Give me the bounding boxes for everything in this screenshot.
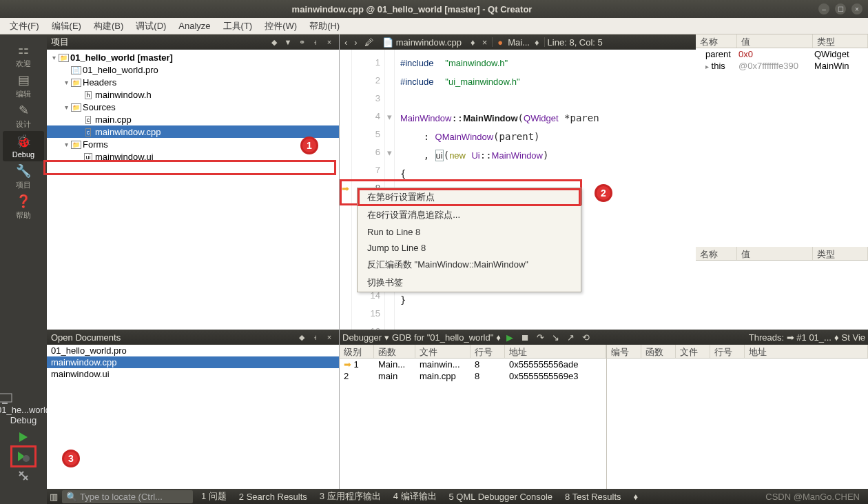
filter-icon[interactable]: ▼ (282, 37, 293, 48)
bug-icon: 🐞 (16, 134, 31, 149)
dropdown-icon[interactable]: ◆ (296, 332, 307, 343)
nav-back-icon[interactable]: ‹ (342, 37, 349, 48)
symbol-name[interactable]: Mai... (508, 37, 530, 48)
maximize-button[interactable]: ☐ (835, 3, 846, 14)
tree-item[interactable]: ▾📁Headers (47, 76, 339, 88)
activity-help[interactable]: ❓帮助 (3, 192, 44, 222)
line-col[interactable]: Line: 8, Col: 5 (548, 37, 603, 48)
bookmark-icon[interactable]: 🖉 (362, 37, 375, 48)
symbol-icon[interactable]: ● (495, 37, 505, 48)
debug-continue-icon[interactable]: ▶ (504, 331, 516, 343)
tab-dropdown-icon[interactable]: ♦ (468, 37, 477, 48)
status-bar: ▥ 🔍Type to locate (Ctrl... 1 问题 2 Search… (47, 489, 868, 504)
minimize-button[interactable]: – (818, 3, 829, 14)
nav-fwd-icon[interactable]: › (352, 37, 359, 48)
tree-item[interactable]: cmain.cpp (47, 113, 339, 125)
current-line-arrow-icon: ➡ (342, 183, 349, 194)
menu-build[interactable]: 构建(B) (88, 19, 129, 34)
menu-tools[interactable]: 工具(T) (218, 19, 258, 34)
debug-run-button[interactable] (14, 449, 33, 464)
stack-frame[interactable]: 2mainmain.cpp80x5555555569e3 (340, 370, 606, 382)
run-button[interactable] (14, 430, 33, 445)
ctx-run-to-line[interactable]: Run to Line 8 (358, 224, 581, 240)
dropdown-icon[interactable]: ◆ (269, 37, 280, 48)
grid-icon: ⚏ (18, 42, 29, 57)
open-documents-panel: Open Documents ◆ ⫞ × 01_hello_world.prom… (47, 330, 340, 489)
step-out-icon[interactable]: ↗ (564, 331, 577, 343)
step-into-icon[interactable]: ↘ (549, 331, 561, 343)
locals-row[interactable]: ▸ this@0x7fffffffe390MainWin (696, 60, 868, 72)
tree-item[interactable]: uimainwindow.ui (47, 150, 339, 163)
open-documents-list[interactable]: 01_hello_world.promainwindow.cppmainwind… (47, 345, 339, 489)
debugger-label: Debugger▾ (342, 332, 389, 343)
ctx-jump-to-line[interactable]: Jump to Line 8 (358, 240, 581, 256)
tab-close-icon[interactable]: × (480, 37, 490, 48)
pane-appoutput[interactable]: 3 应用程序输出 (316, 490, 385, 503)
opendocs-title: Open Documents (51, 332, 293, 343)
locals-col-type[interactable]: 类型 (813, 34, 868, 48)
stack-view[interactable]: 级别 函数 文件 行号 地址 ➡ 1Main...mainwin...80x55… (340, 345, 606, 489)
tree-item[interactable]: ▾📁Sources (47, 101, 339, 113)
project-tree[interactable]: ▾📁01_hello_world [master]📄01_hello_world… (47, 50, 339, 330)
close-panel-icon[interactable]: × (324, 332, 335, 343)
activity-edit[interactable]: ▤编辑 (3, 70, 44, 101)
locator-input[interactable]: 🔍Type to locate (Ctrl... (62, 490, 193, 503)
menu-file[interactable]: 文件(F) (4, 19, 45, 34)
opendoc-item[interactable]: mainwindow.ui (47, 368, 339, 380)
sidebar-toggle-icon[interactable]: ▥ (50, 492, 58, 502)
pane-issues[interactable]: 1 问题 (197, 490, 231, 503)
activity-debug[interactable]: 🐞Debug (3, 131, 44, 161)
activity-welcome[interactable]: ⚏欢迎 (3, 40, 44, 70)
split-icon[interactable]: ⫞ (310, 332, 321, 343)
threads-selector[interactable]: Threads: ➡ #1 01_...♦ (749, 332, 839, 343)
menu-widgets[interactable]: 控件(W) (259, 19, 302, 34)
tree-item[interactable]: 📄01_hello_world.pro (47, 63, 339, 76)
edit-icon: ▤ (18, 72, 30, 88)
threads-view[interactable]: 编号 函数 文件 行号 地址 (606, 345, 868, 489)
project-title: 项目 (51, 36, 266, 48)
tree-item[interactable]: ▾📁Forms (47, 138, 339, 150)
menubar: 文件(F) 编辑(E) 构建(B) 调试(D) Analyze 工具(T) 控件… (0, 18, 868, 34)
debugger-target[interactable]: GDB for "01_hello_world"♦ (392, 332, 501, 343)
opendoc-item[interactable]: 01_hello_world.pro (47, 345, 339, 356)
tree-item[interactable]: ▾📁01_hello_world [master] (47, 51, 339, 63)
close-button[interactable]: × (851, 3, 862, 14)
breakpoint-bar[interactable]: ➡ (340, 50, 352, 330)
restart-icon[interactable]: ⟲ (579, 331, 592, 343)
ctx-disassemble[interactable]: 反汇编函数 "MainWindow::MainWindow" (358, 256, 581, 274)
stack-frame[interactable]: ➡ 1Main...mainwin...80x555555556ade (340, 359, 606, 370)
activity-projects[interactable]: 🔧项目 (3, 161, 44, 192)
opendoc-item[interactable]: mainwindow.cpp (47, 356, 339, 368)
menu-debug[interactable]: 调试(D) (130, 19, 172, 34)
editor: ‹ › 🖉 📄mainwindow.cpp ♦ × ● Mai... ♦ Lin… (340, 34, 696, 330)
menu-edit[interactable]: 编辑(E) (46, 19, 87, 34)
debug-stop-icon[interactable]: ⏹ (519, 331, 531, 343)
tab-file[interactable]: 📄mainwindow.cpp (378, 37, 466, 48)
tree-item[interactable]: hmainwindow.h (47, 88, 339, 101)
output-dropdown-icon[interactable]: ♦ (630, 492, 643, 502)
kit-selector[interactable]: 01_he...world Debug (0, 392, 50, 425)
build-button[interactable] (14, 468, 33, 483)
ctx-set-breakpoint[interactable]: 在第8行设置断点 (358, 188, 581, 206)
locals-col-value[interactable]: 值 (737, 34, 813, 48)
locals-row[interactable]: parent0x0QWidget (696, 48, 868, 60)
ctx-toggle-bookmark[interactable]: 切换书签 (358, 274, 581, 292)
state-view[interactable]: St Vie (842, 332, 865, 343)
menu-help[interactable]: 帮助(H) (304, 19, 345, 34)
pane-tests[interactable]: 8 Test Results (561, 492, 625, 502)
locals-col-name[interactable]: 名称 (696, 34, 737, 48)
ctx-set-tracepoint[interactable]: 在8行设置消息追踪点... (358, 206, 581, 224)
pane-search[interactable]: 2 Search Results (235, 492, 311, 502)
step-over-icon[interactable]: ↷ (534, 331, 546, 343)
editor-tabs: ‹ › 🖉 📄mainwindow.cpp ♦ × ● Mai... ♦ Lin… (340, 34, 696, 50)
pane-compile[interactable]: 4 编译输出 (389, 490, 441, 503)
activity-bar: ⚏欢迎 ▤编辑 ✎设计 🐞Debug 🔧项目 ❓帮助 01_he...world… (0, 34, 47, 489)
tree-item[interactable]: cmainwindow.cpp (47, 125, 339, 138)
menu-analyze[interactable]: Analyze (173, 19, 216, 32)
pane-qml[interactable]: 5 QML Debugger Console (445, 492, 557, 502)
expressions-body[interactable] (696, 261, 868, 330)
close-panel-icon[interactable]: × (324, 37, 335, 48)
link-icon[interactable]: ⚭ (296, 37, 307, 48)
activity-design[interactable]: ✎设计 (3, 101, 44, 131)
split-icon[interactable]: ⫞ (310, 37, 321, 48)
